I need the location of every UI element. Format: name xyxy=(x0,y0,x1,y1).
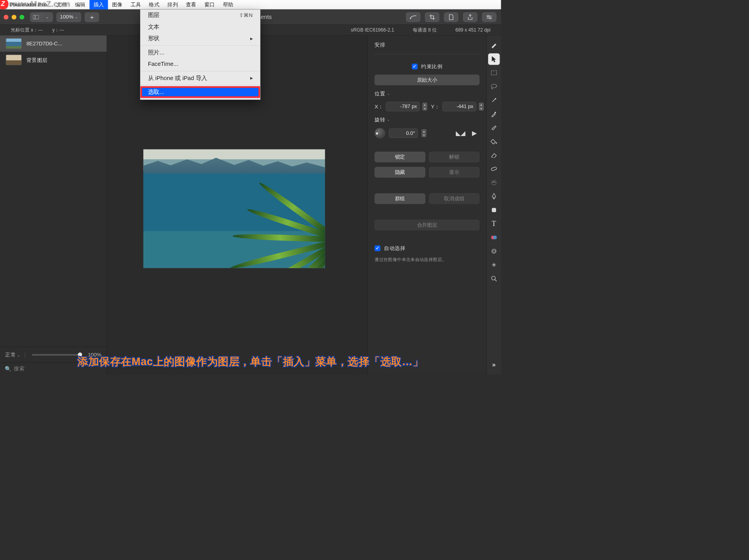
sidebar-icon xyxy=(33,15,39,19)
rotate-field[interactable]: 0.0° xyxy=(389,129,418,138)
lock-button[interactable]: 锁定 xyxy=(374,152,425,162)
plus-icon: ＋ xyxy=(89,13,95,21)
auto-select-checkbox[interactable]: ✓ xyxy=(374,245,380,251)
zoom-dropdown[interactable]: 100% ⌄ xyxy=(56,12,81,22)
menu-item-text[interactable]: 文本 xyxy=(140,21,260,33)
heal-tool-icon[interactable] xyxy=(488,163,500,174)
svg-rect-11 xyxy=(491,167,497,171)
menu-tools[interactable]: 工具 xyxy=(127,0,145,9)
chevron-down-icon[interactable]: ⌄ xyxy=(41,13,52,22)
chevron-down-icon[interactable]: ⌄ xyxy=(387,118,390,121)
color-profile: sRGB IEC61966-2.1 xyxy=(351,27,394,33)
menu-item-shape[interactable]: 形状 xyxy=(140,33,260,44)
add-button[interactable]: ＋ xyxy=(85,12,99,22)
menu-file[interactable]: 文件 xyxy=(52,0,71,9)
layer-name: 背景图层 xyxy=(26,56,48,63)
wand-tool-icon[interactable] xyxy=(488,95,500,106)
arrow-tool-icon[interactable] xyxy=(488,53,500,65)
flip-vertical-icon[interactable]: ▶ xyxy=(469,129,479,137)
crop-icon xyxy=(429,14,435,20)
menu-insert[interactable]: 插入 xyxy=(90,0,108,9)
sparkle-tool-icon[interactable] xyxy=(488,259,500,271)
menu-item-import-ios[interactable]: 从 iPhone 或 iPad 导入 xyxy=(140,72,260,84)
menu-window[interactable]: 窗口 xyxy=(200,0,219,9)
shape-tool-icon[interactable] xyxy=(488,204,500,216)
menu-item-choose[interactable]: 选取... xyxy=(140,86,260,98)
share-button[interactable] xyxy=(463,12,477,22)
pen-tool-icon[interactable] xyxy=(488,190,500,202)
menu-separator xyxy=(140,85,260,85)
menu-help[interactable]: 帮助 xyxy=(219,0,238,9)
merge-layers-button[interactable]: 合并图层 xyxy=(374,220,479,230)
svg-rect-7 xyxy=(491,71,496,75)
toolstrip: T » xyxy=(486,35,501,375)
sidebar-toggle-button[interactable]: ⌄ xyxy=(30,12,53,22)
layer-item[interactable]: 背景图层 xyxy=(0,52,107,68)
menu-separator xyxy=(140,71,260,71)
menu-arrange[interactable]: 排列 xyxy=(163,0,182,9)
flip-horizontal-icon[interactable]: ◣◢ xyxy=(456,129,466,137)
hide-button[interactable]: 隐藏 xyxy=(374,167,425,177)
bucket-tool-icon[interactable] xyxy=(488,136,500,147)
group-button[interactable]: 群组 xyxy=(374,193,425,204)
layers-panel: 8E27D7D0-C... 背景图层 正常 ⌄ 100% 🔍 搜索 xyxy=(0,35,107,375)
x-stepper[interactable]: ▲▼ xyxy=(423,103,427,110)
inspector-toggle-button[interactable] xyxy=(482,12,496,22)
close-icon[interactable] xyxy=(4,15,8,19)
tutorial-caption: 添加保存在Mac上的图像作为图层，单击「插入」菜单，选择「选取…」 xyxy=(0,354,501,369)
rotate-title: 旋转 xyxy=(374,116,385,123)
arrange-title: 安排 xyxy=(374,41,479,48)
svg-point-2 xyxy=(410,18,411,19)
menu-format[interactable]: 格式 xyxy=(145,0,163,9)
type-tool-icon[interactable]: T xyxy=(488,218,500,230)
color-tool-icon[interactable] xyxy=(488,231,500,243)
layer-item[interactable]: 8E27D7D0-C... xyxy=(0,35,107,52)
x-field[interactable]: -787 px xyxy=(386,102,420,111)
menu-image[interactable]: 图像 xyxy=(108,0,127,9)
eyedropper-tool-icon[interactable] xyxy=(488,108,500,119)
menu-item-photos[interactable]: 照片... xyxy=(140,47,260,58)
brush-tool-icon[interactable] xyxy=(488,122,500,133)
fx-tool-icon[interactable] xyxy=(488,245,500,257)
chevron-down-icon[interactable]: ⌄ xyxy=(387,91,390,95)
sliders-icon xyxy=(486,15,492,19)
warp-tool-icon[interactable] xyxy=(488,177,500,188)
constrain-label: 约束比例 xyxy=(421,63,442,70)
rotate-knob[interactable] xyxy=(374,128,385,138)
rotate-stepper[interactable]: ▲▼ xyxy=(421,129,426,137)
position-title: 位置 xyxy=(374,90,385,97)
show-button[interactable]: 显示 xyxy=(429,167,479,177)
ml-enhance-icon xyxy=(410,15,417,19)
svg-point-12 xyxy=(491,180,496,185)
menu-view[interactable]: 查看 xyxy=(182,0,200,9)
zoom-tool-icon[interactable] xyxy=(488,273,500,284)
new-doc-button[interactable] xyxy=(444,12,458,22)
fullscreen-icon[interactable] xyxy=(20,15,24,19)
marquee-tool-icon[interactable] xyxy=(488,67,500,78)
y-field[interactable]: -441 px xyxy=(442,102,476,111)
y-stepper[interactable]: ▲▼ xyxy=(479,103,483,110)
app-name: Pixelmator Pro xyxy=(9,2,47,7)
menu-separator xyxy=(140,45,260,46)
crop-button[interactable] xyxy=(425,12,439,22)
erase-tool-icon[interactable] xyxy=(488,149,500,161)
styles-tool-icon[interactable] xyxy=(488,39,500,51)
svg-point-5 xyxy=(487,15,489,17)
minimize-icon[interactable] xyxy=(11,15,16,19)
unlock-button[interactable]: 解锁 xyxy=(429,152,479,162)
layer-thumb-icon xyxy=(6,54,22,65)
doc-dimensions: 689 x 451 72 dpi xyxy=(455,27,491,33)
color-adjust-button[interactable] xyxy=(406,12,420,22)
lasso-tool-icon[interactable] xyxy=(488,81,500,92)
ungroup-button[interactable]: 取消成组 xyxy=(429,193,479,204)
original-size-button[interactable]: 原始大小 xyxy=(374,75,479,85)
window-controls xyxy=(4,15,24,19)
constrain-checkbox[interactable]: ✓ xyxy=(412,63,418,69)
layer-name: 8E27D7D0-C... xyxy=(26,41,62,47)
menu-item-layer[interactable]: 图层⇧⌘N xyxy=(140,9,260,21)
menu-edit[interactable]: 编辑 xyxy=(71,0,90,9)
page-icon xyxy=(449,14,454,20)
svg-rect-13 xyxy=(492,208,496,212)
menu-item-facetime[interactable]: FaceTime... xyxy=(140,58,260,70)
svg-point-8 xyxy=(491,84,496,88)
